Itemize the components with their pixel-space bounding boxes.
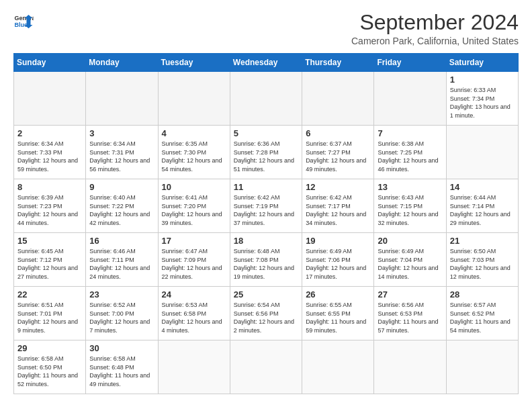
col-header-saturday: Saturday (446, 54, 518, 72)
cell-info: Sunrise: 6:44 AMSunset: 7:14 PMDaylight:… (450, 193, 515, 227)
day-number: 7 (378, 128, 442, 138)
calendar-cell (302, 72, 374, 126)
calendar-cell (374, 340, 446, 394)
calendar-cell: 30Sunrise: 6:58 AMSunset: 6:48 PMDayligh… (86, 340, 158, 394)
week-row-5: 29Sunrise: 6:58 AMSunset: 6:50 PMDayligh… (14, 340, 519, 394)
calendar-cell (446, 126, 518, 179)
day-number: 28 (450, 289, 515, 300)
calendar-cell (14, 72, 86, 126)
calendar-cell (374, 72, 446, 126)
calendar-cell: 15Sunrise: 6:45 AMSunset: 7:12 PMDayligh… (14, 233, 86, 287)
day-number: 1 (450, 75, 515, 85)
day-number: 20 (378, 236, 442, 246)
cell-info: Sunrise: 6:36 AMSunset: 7:28 PMDaylight:… (234, 140, 298, 173)
calendar-cell: 12Sunrise: 6:42 AMSunset: 7:17 PMDayligh… (302, 179, 374, 233)
calendar-cell: 14Sunrise: 6:44 AMSunset: 7:14 PMDayligh… (446, 179, 518, 233)
cell-info: Sunrise: 6:43 AMSunset: 7:15 PMDaylight:… (378, 193, 442, 227)
cell-info: Sunrise: 6:50 AMSunset: 7:03 PMDaylight:… (450, 247, 515, 281)
day-number: 4 (162, 128, 226, 138)
day-number: 30 (89, 343, 154, 353)
day-number: 6 (306, 128, 370, 138)
cell-info: Sunrise: 6:34 AMSunset: 7:31 PMDaylight:… (89, 140, 154, 173)
day-number: 17 (162, 236, 226, 246)
col-header-tuesday: Tuesday (158, 54, 230, 72)
cell-info: Sunrise: 6:37 AMSunset: 7:27 PMDaylight:… (306, 140, 370, 173)
calendar-cell: 21Sunrise: 6:50 AMSunset: 7:03 PMDayligh… (446, 233, 518, 287)
day-number: 11 (234, 182, 298, 192)
calendar-cell: 7Sunrise: 6:38 AMSunset: 7:25 PMDaylight… (374, 126, 446, 179)
cell-info: Sunrise: 6:57 AMSunset: 6:52 PMDaylight:… (450, 301, 515, 334)
calendar-cell: 17Sunrise: 6:47 AMSunset: 7:09 PMDayligh… (158, 233, 230, 287)
calendar-cell: 5Sunrise: 6:36 AMSunset: 7:28 PMDaylight… (230, 126, 302, 179)
day-number: 19 (306, 236, 370, 246)
calendar-cell: 18Sunrise: 6:48 AMSunset: 7:08 PMDayligh… (230, 233, 302, 287)
calendar-cell: 1Sunrise: 6:33 AMSunset: 7:34 PMDaylight… (446, 72, 518, 126)
cell-info: Sunrise: 6:47 AMSunset: 7:09 PMDaylight:… (162, 247, 226, 281)
day-number: 5 (234, 128, 298, 138)
month-title: September 2024 (351, 11, 519, 34)
cell-info: Sunrise: 6:51 AMSunset: 7:01 PMDaylight:… (17, 301, 82, 334)
calendar-cell: 22Sunrise: 6:51 AMSunset: 7:01 PMDayligh… (14, 287, 86, 340)
calendar-cell (302, 340, 374, 394)
calendar-cell: 4Sunrise: 6:35 AMSunset: 7:30 PMDaylight… (158, 126, 230, 179)
calendar-cell: 27Sunrise: 6:56 AMSunset: 6:53 PMDayligh… (374, 287, 446, 340)
day-number: 22 (17, 289, 82, 300)
cell-info: Sunrise: 6:46 AMSunset: 7:11 PMDaylight:… (89, 247, 154, 281)
title-area: September 2024 Cameron Park, California,… (351, 11, 519, 46)
calendar-cell: 26Sunrise: 6:55 AMSunset: 6:55 PMDayligh… (302, 287, 374, 340)
cell-info: Sunrise: 6:48 AMSunset: 7:08 PMDaylight:… (234, 247, 298, 281)
calendar-cell: 25Sunrise: 6:54 AMSunset: 6:56 PMDayligh… (230, 287, 302, 340)
cell-info: Sunrise: 6:49 AMSunset: 7:04 PMDaylight:… (378, 247, 442, 281)
calendar-cell: 20Sunrise: 6:49 AMSunset: 7:04 PMDayligh… (374, 233, 446, 287)
day-number: 14 (450, 182, 515, 192)
day-number: 9 (89, 182, 154, 192)
calendar-container: General Blue September 2024 Cameron Park… (0, 0, 532, 401)
cell-info: Sunrise: 6:58 AMSunset: 6:50 PMDaylight:… (17, 355, 82, 388)
day-number: 21 (450, 236, 515, 246)
week-row-1: 2Sunrise: 6:34 AMSunset: 7:33 PMDaylight… (14, 126, 519, 179)
day-number: 15 (17, 236, 82, 246)
week-row-0: 1Sunrise: 6:33 AMSunset: 7:34 PMDaylight… (14, 72, 519, 126)
calendar-cell: 9Sunrise: 6:40 AMSunset: 7:22 PMDaylight… (86, 179, 158, 233)
calendar-cell: 24Sunrise: 6:53 AMSunset: 6:58 PMDayligh… (158, 287, 230, 340)
cell-info: Sunrise: 6:38 AMSunset: 7:25 PMDaylight:… (378, 140, 442, 173)
cell-info: Sunrise: 6:53 AMSunset: 6:58 PMDaylight:… (162, 301, 226, 334)
day-number: 8 (17, 182, 82, 192)
day-number: 25 (234, 289, 298, 300)
day-number: 10 (162, 182, 226, 192)
day-number: 27 (378, 289, 442, 300)
calendar-cell (158, 72, 230, 126)
calendar-cell: 3Sunrise: 6:34 AMSunset: 7:31 PMDaylight… (86, 126, 158, 179)
cell-info: Sunrise: 6:54 AMSunset: 6:56 PMDaylight:… (234, 301, 298, 334)
day-number: 24 (162, 289, 226, 300)
col-header-friday: Friday (374, 54, 446, 72)
cell-info: Sunrise: 6:39 AMSunset: 7:23 PMDaylight:… (17, 193, 82, 227)
day-number: 16 (89, 236, 154, 246)
day-number: 23 (89, 289, 154, 300)
cell-info: Sunrise: 6:42 AMSunset: 7:17 PMDaylight:… (306, 193, 370, 227)
day-number: 13 (378, 182, 442, 192)
col-header-thursday: Thursday (302, 54, 374, 72)
week-row-3: 15Sunrise: 6:45 AMSunset: 7:12 PMDayligh… (14, 233, 519, 287)
cell-info: Sunrise: 6:58 AMSunset: 6:48 PMDaylight:… (89, 355, 154, 388)
day-number: 18 (234, 236, 298, 246)
calendar-cell (158, 340, 230, 394)
cell-info: Sunrise: 6:49 AMSunset: 7:06 PMDaylight:… (306, 247, 370, 281)
logo: General Blue (13, 11, 34, 31)
logo-icon: General Blue (13, 11, 34, 31)
week-row-2: 8Sunrise: 6:39 AMSunset: 7:23 PMDaylight… (14, 179, 519, 233)
calendar-cell: 2Sunrise: 6:34 AMSunset: 7:33 PMDaylight… (14, 126, 86, 179)
cell-info: Sunrise: 6:33 AMSunset: 7:34 PMDaylight:… (450, 86, 515, 120)
cell-info: Sunrise: 6:40 AMSunset: 7:22 PMDaylight:… (89, 193, 154, 227)
calendar-cell: 6Sunrise: 6:37 AMSunset: 7:27 PMDaylight… (302, 126, 374, 179)
calendar-cell: 23Sunrise: 6:52 AMSunset: 7:00 PMDayligh… (86, 287, 158, 340)
calendar-cell: 11Sunrise: 6:42 AMSunset: 7:19 PMDayligh… (230, 179, 302, 233)
cell-info: Sunrise: 6:52 AMSunset: 7:00 PMDaylight:… (89, 301, 154, 334)
calendar-cell: 13Sunrise: 6:43 AMSunset: 7:15 PMDayligh… (374, 179, 446, 233)
cell-info: Sunrise: 6:55 AMSunset: 6:55 PMDaylight:… (306, 301, 370, 334)
week-row-4: 22Sunrise: 6:51 AMSunset: 7:01 PMDayligh… (14, 287, 519, 340)
day-number: 2 (17, 128, 82, 138)
col-header-wednesday: Wednesday (230, 54, 302, 72)
calendar-table: SundayMondayTuesdayWednesdayThursdayFrid… (13, 53, 519, 394)
location-title: Cameron Park, California, United States (351, 36, 519, 46)
